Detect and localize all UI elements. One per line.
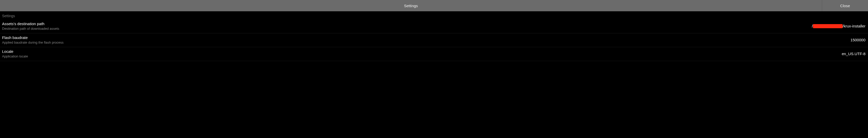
setting-row-flash-baudrate[interactable]: Flash baudrate Applied baudrate during t… [0, 33, 868, 47]
path-suffix: /krux-installer [843, 24, 865, 28]
setting-row-assets-path[interactable]: Assets's destination path Destination pa… [0, 20, 868, 33]
setting-left: Locale Application locale [2, 49, 28, 58]
setting-description: Application locale [2, 54, 28, 58]
setting-title: Locale [2, 49, 28, 54]
setting-value-locale: en_US.UTF-8 [842, 52, 865, 56]
setting-value-baudrate: 1500000 [850, 38, 865, 42]
redacted-segment [813, 24, 843, 28]
setting-left: Flash baudrate Applied baudrate during t… [2, 35, 64, 45]
setting-row-locale[interactable]: Locale Application locale en_US.UTF-8 [0, 47, 868, 61]
setting-title: Flash baudrate [2, 35, 64, 40]
close-button[interactable]: Close [822, 0, 868, 11]
header-bar: Settings Close [0, 0, 868, 11]
setting-description: Destination path of downloaded assets [2, 27, 59, 30]
setting-description: Applied baudrate during the flash proces… [2, 40, 64, 45]
section-header: Settings [0, 11, 868, 20]
setting-value-path: //krux-installer [812, 24, 865, 28]
window-title: Settings [0, 0, 822, 11]
setting-title: Assets's destination path [2, 22, 59, 26]
setting-left: Assets's destination path Destination pa… [2, 22, 59, 30]
